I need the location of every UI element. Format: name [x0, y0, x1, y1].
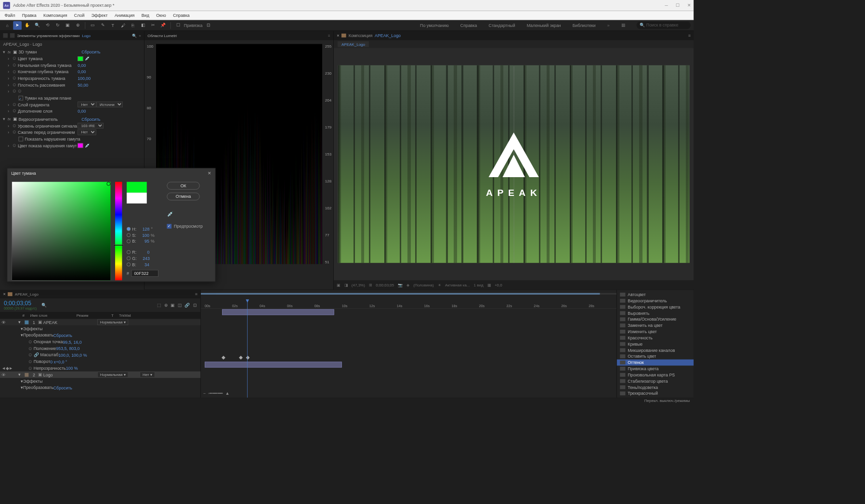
- prop-value[interactable]: 100 %: [66, 366, 78, 371]
- home-icon[interactable]: ⌂: [3, 21, 12, 30]
- preview-checkbox[interactable]: ✓: [167, 224, 172, 229]
- preset-item[interactable]: Тень/подсветка: [617, 384, 694, 390]
- zoom-out-icon[interactable]: −: [203, 391, 206, 396]
- fx-twisty[interactable]: ▾: [3, 116, 8, 121]
- layer-color[interactable]: [25, 373, 28, 376]
- help-search[interactable]: 🔍 Поиск в справке: [637, 22, 691, 29]
- layer-twisty[interactable]: ▾: [18, 372, 23, 377]
- tl-tab-close[interactable]: ×: [3, 292, 5, 297]
- eraser-tool[interactable]: ◧: [139, 21, 147, 30]
- preset-item[interactable]: Заменить на цвет: [617, 323, 694, 329]
- tab-close-icon[interactable]: ×: [337, 33, 339, 38]
- r-radio[interactable]: [127, 250, 131, 254]
- camera-dropdown[interactable]: Активная ка...: [445, 283, 470, 287]
- close-button[interactable]: ✕: [687, 3, 691, 8]
- zoom-value[interactable]: (47,3%): [352, 283, 365, 287]
- cancel-button[interactable]: Отмена: [167, 193, 200, 200]
- preset-item[interactable]: Выбороч. коррекция цвета: [617, 304, 694, 310]
- prop-twisty[interactable]: ›: [8, 143, 13, 148]
- tl-search-icon[interactable]: 🔍: [41, 303, 47, 308]
- current-timecode[interactable]: 0;00;03;05: [4, 300, 37, 307]
- workspace-libraries[interactable]: Библиотеки: [573, 23, 596, 28]
- keyframe-icon[interactable]: ⊙: [13, 102, 18, 107]
- menu-Эффект[interactable]: Эффект: [92, 13, 108, 18]
- prop-value[interactable]: 953,5, 803,0: [56, 346, 79, 351]
- playhead[interactable]: [247, 301, 248, 398]
- visibility-icon[interactable]: 👁: [1, 320, 7, 324]
- tl-tool-6[interactable]: ⊡: [193, 303, 197, 308]
- layer-bar[interactable]: [222, 309, 334, 315]
- tl-tool-3[interactable]: ▣: [170, 303, 174, 308]
- g-value[interactable]: 243: [138, 256, 150, 261]
- preset-item[interactable]: Стабилизатор цвета: [617, 378, 694, 384]
- keyframe-icon[interactable]: ⊙: [13, 76, 18, 80]
- pen-tool[interactable]: ✎: [99, 21, 107, 30]
- zoom-slider[interactable]: ◦━━━━━: [208, 391, 223, 396]
- zoom-in-icon[interactable]: ▲: [225, 391, 230, 396]
- region-icon[interactable]: ◈: [406, 283, 409, 287]
- prop-value[interactable]: 0,00: [78, 63, 86, 67]
- layer-name[interactable]: APEAK: [43, 320, 97, 324]
- grid-icon[interactable]: ⊞: [369, 283, 372, 287]
- g-radio[interactable]: [127, 257, 131, 260]
- bb-value[interactable]: 34: [138, 262, 149, 267]
- preset-item[interactable]: Оттенок: [617, 360, 694, 366]
- menu-Правка[interactable]: Правка: [22, 13, 37, 18]
- scope-menu-icon[interactable]: ≡: [328, 33, 330, 38]
- prop-twisty[interactable]: ›: [8, 89, 13, 94]
- trkmat[interactable]: Нет ▾: [140, 372, 155, 377]
- workspace-small[interactable]: Маленький экран: [527, 23, 561, 28]
- fx-enable-icon[interactable]: ▣: [13, 116, 18, 121]
- h-value[interactable]: 128: [138, 227, 149, 232]
- prop-twisty[interactable]: ›: [8, 63, 13, 67]
- shape-tool[interactable]: ▭: [89, 21, 97, 30]
- menu-Окно[interactable]: Окно: [156, 13, 166, 18]
- camera-tool[interactable]: ▣: [64, 21, 72, 30]
- workspace-default[interactable]: По умолчанию: [420, 23, 449, 28]
- prop-value[interactable]: 0,00: [78, 109, 86, 114]
- bb-radio[interactable]: [127, 262, 131, 266]
- prop-value[interactable]: 100,00: [78, 76, 91, 81]
- color-gradient[interactable]: [12, 182, 111, 281]
- viewer-timecode[interactable]: 0;00;03;05: [376, 283, 394, 287]
- view-count-dropdown[interactable]: 1 вид: [474, 283, 484, 287]
- fx-reset[interactable]: Сбросить: [81, 50, 100, 54]
- prop-twisty[interactable]: ›: [8, 109, 13, 114]
- expand-icon[interactable]: ⊙: [18, 89, 21, 93]
- stopwatch-icon[interactable]: ⊙: [28, 352, 32, 357]
- menu-Слой[interactable]: Слой: [74, 13, 84, 18]
- selection-tool[interactable]: ➤: [13, 21, 22, 30]
- preset-item[interactable]: Произвольная карта PS: [617, 372, 694, 378]
- eyedropper-icon[interactable]: 💉: [85, 143, 90, 148]
- resolution-dropdown[interactable]: (Половина): [413, 283, 433, 287]
- keyframe-icon[interactable]: ⊙: [13, 123, 18, 128]
- brush-tool[interactable]: 🖌: [118, 21, 127, 30]
- checkbox[interactable]: [18, 137, 23, 142]
- keyframe-icon[interactable]: ⊙: [13, 108, 18, 113]
- preset-item[interactable]: Выровнять: [617, 310, 694, 316]
- layer-twisty[interactable]: ▾: [18, 320, 23, 324]
- keyframe-icon[interactable]: ⊙: [13, 143, 18, 148]
- col-mode[interactable]: Режим: [75, 313, 110, 318]
- layer-bar[interactable]: [205, 362, 342, 367]
- comp-name[interactable]: APEAK_Logo: [375, 33, 401, 38]
- prop-twisty[interactable]: ›: [8, 56, 13, 61]
- tl-tool-4[interactable]: ◫: [178, 303, 182, 308]
- eyedropper-icon[interactable]: 💉: [167, 211, 203, 217]
- text-tool[interactable]: T: [108, 21, 117, 30]
- fx-enable-icon[interactable]: ▣: [13, 50, 18, 54]
- b-radio[interactable]: [127, 239, 131, 243]
- s-radio[interactable]: [127, 233, 131, 237]
- close-icon[interactable]: ✕: [208, 170, 211, 175]
- dropdown[interactable]: 103 IRE: [78, 123, 104, 129]
- preset-item[interactable]: Гамма/Основа/Усиление: [617, 316, 694, 323]
- panel-tab-1[interactable]: [3, 33, 8, 38]
- b-value[interactable]: 95: [138, 239, 149, 244]
- panel-menu-icon[interactable]: »: [139, 33, 141, 38]
- minimize-button[interactable]: ─: [665, 3, 668, 8]
- blend-mode[interactable]: Нормальная ▾: [97, 319, 128, 325]
- layer-color[interactable]: [25, 320, 28, 324]
- angle-value[interactable]: +0,0: [495, 283, 502, 287]
- hex-input[interactable]: [131, 270, 158, 277]
- toggle-switches[interactable]: Перекл. выключ./режимы: [644, 399, 690, 403]
